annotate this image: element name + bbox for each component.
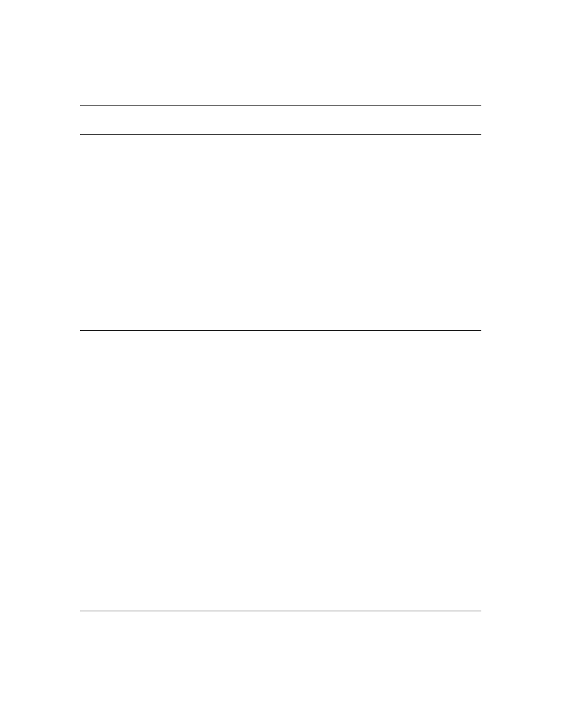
horizontal-rule: [80, 134, 481, 135]
horizontal-rule: [80, 105, 481, 106]
document-page: [0, 0, 562, 728]
horizontal-rule: [80, 611, 481, 611]
horizontal-rule: [80, 330, 481, 331]
